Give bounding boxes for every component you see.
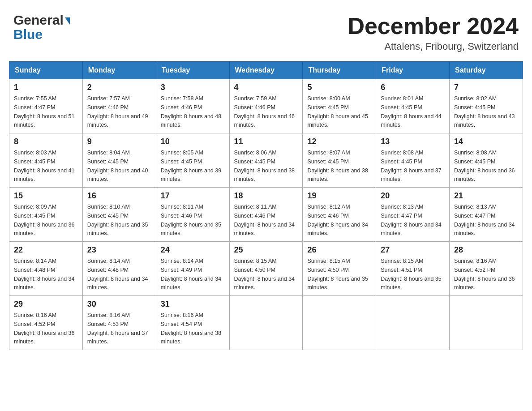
main-title: December 2024: [348, 13, 519, 39]
day-number: 21: [454, 191, 518, 201]
title-section: December 2024 Attalens, Fribourg, Switze…: [348, 13, 519, 52]
day-info: Sunrise: 8:02 AMSunset: 4:45 PMDaylight:…: [454, 95, 515, 128]
day-number: 11: [234, 137, 298, 146]
day-number: 6: [381, 83, 445, 92]
col-thursday: Thursday: [303, 62, 376, 79]
day-info: Sunrise: 8:15 AMSunset: 4:50 PMDaylight:…: [307, 258, 368, 291]
calendar-header-row: Sunday Monday Tuesday Wednesday Thursday…: [9, 62, 523, 79]
table-row: 27 Sunrise: 8:15 AMSunset: 4:51 PMDaylig…: [376, 242, 450, 296]
day-number: 14: [454, 137, 518, 146]
table-row: 12 Sunrise: 8:07 AMSunset: 4:45 PMDaylig…: [303, 133, 376, 188]
table-row: 26 Sunrise: 8:15 AMSunset: 4:50 PMDaylig…: [303, 242, 376, 296]
table-row: 2 Sunrise: 7:57 AMSunset: 4:46 PMDayligh…: [82, 79, 156, 133]
day-number: 23: [87, 245, 151, 255]
day-info: Sunrise: 8:07 AMSunset: 4:45 PMDaylight:…: [307, 150, 368, 182]
table-row: 9 Sunrise: 8:04 AMSunset: 4:45 PMDayligh…: [82, 133, 156, 188]
table-row: 22 Sunrise: 8:14 AMSunset: 4:48 PMDaylig…: [9, 242, 83, 296]
day-info: Sunrise: 8:09 AMSunset: 4:45 PMDaylight:…: [14, 204, 75, 236]
table-row: 5 Sunrise: 8:00 AMSunset: 4:45 PMDayligh…: [303, 79, 376, 133]
table-row: 1 Sunrise: 7:55 AMSunset: 4:47 PMDayligh…: [9, 79, 83, 133]
day-number: 3: [161, 83, 225, 92]
day-info: Sunrise: 8:06 AMSunset: 4:45 PMDaylight:…: [234, 150, 295, 182]
day-number: 8: [14, 137, 78, 146]
day-info: Sunrise: 8:04 AMSunset: 4:45 PMDaylight:…: [87, 150, 148, 182]
table-row: 8 Sunrise: 8:03 AMSunset: 4:45 PMDayligh…: [9, 133, 83, 188]
day-number: 26: [307, 245, 371, 255]
day-info: Sunrise: 8:12 AMSunset: 4:46 PMDaylight:…: [307, 204, 368, 236]
table-row: 20 Sunrise: 8:13 AMSunset: 4:47 PMDaylig…: [376, 188, 450, 242]
day-info: Sunrise: 8:15 AMSunset: 4:50 PMDaylight:…: [234, 258, 295, 291]
day-number: 15: [14, 191, 78, 201]
day-number: 29: [14, 300, 78, 309]
day-info: Sunrise: 7:57 AMSunset: 4:46 PMDaylight:…: [87, 95, 148, 128]
day-info: Sunrise: 7:59 AMSunset: 4:46 PMDaylight:…: [234, 95, 295, 128]
table-row: 29 Sunrise: 8:16 AMSunset: 4:52 PMDaylig…: [9, 296, 83, 350]
subtitle: Attalens, Fribourg, Switzerland: [348, 41, 519, 52]
day-number: 13: [381, 137, 445, 146]
day-info: Sunrise: 8:01 AMSunset: 4:45 PMDaylight:…: [381, 95, 442, 128]
day-number: 4: [234, 83, 298, 92]
table-row: 6 Sunrise: 8:01 AMSunset: 4:45 PMDayligh…: [376, 79, 450, 133]
table-row: 16 Sunrise: 8:10 AMSunset: 4:45 PMDaylig…: [82, 188, 156, 242]
table-row: 11 Sunrise: 8:06 AMSunset: 4:45 PMDaylig…: [229, 133, 303, 188]
day-info: Sunrise: 8:16 AMSunset: 4:52 PMDaylight:…: [454, 258, 515, 291]
col-saturday: Saturday: [450, 62, 523, 79]
logo-triangle-icon: [65, 17, 70, 25]
table-row: 18 Sunrise: 8:11 AMSunset: 4:46 PMDaylig…: [229, 188, 303, 242]
table-row: 17 Sunrise: 8:11 AMSunset: 4:46 PMDaylig…: [156, 188, 229, 242]
table-row: [229, 296, 303, 350]
day-info: Sunrise: 8:14 AMSunset: 4:48 PMDaylight:…: [87, 258, 148, 291]
day-info: Sunrise: 8:13 AMSunset: 4:47 PMDaylight:…: [454, 204, 515, 236]
day-info: Sunrise: 8:16 AMSunset: 4:54 PMDaylight:…: [161, 312, 222, 345]
calendar-week-row: 8 Sunrise: 8:03 AMSunset: 4:45 PMDayligh…: [9, 133, 523, 188]
day-number: 5: [307, 83, 371, 92]
table-row: 15 Sunrise: 8:09 AMSunset: 4:45 PMDaylig…: [9, 188, 83, 242]
table-row: 13 Sunrise: 8:08 AMSunset: 4:45 PMDaylig…: [376, 133, 450, 188]
day-info: Sunrise: 8:11 AMSunset: 4:46 PMDaylight:…: [161, 204, 222, 236]
day-info: Sunrise: 8:13 AMSunset: 4:47 PMDaylight:…: [381, 204, 442, 236]
day-number: 19: [307, 191, 371, 201]
calendar-table: Sunday Monday Tuesday Wednesday Thursday…: [9, 61, 523, 350]
logo-general-text: General: [13, 13, 64, 27]
day-info: Sunrise: 8:11 AMSunset: 4:46 PMDaylight:…: [234, 204, 295, 236]
calendar-week-row: 15 Sunrise: 8:09 AMSunset: 4:45 PMDaylig…: [9, 188, 523, 242]
day-number: 2: [87, 83, 151, 92]
table-row: 21 Sunrise: 8:13 AMSunset: 4:47 PMDaylig…: [450, 188, 523, 242]
day-info: Sunrise: 8:16 AMSunset: 4:53 PMDaylight:…: [87, 312, 148, 345]
day-info: Sunrise: 8:14 AMSunset: 4:48 PMDaylight:…: [14, 258, 75, 291]
table-row: 10 Sunrise: 8:05 AMSunset: 4:45 PMDaylig…: [156, 133, 229, 188]
table-row: 23 Sunrise: 8:14 AMSunset: 4:48 PMDaylig…: [82, 242, 156, 296]
col-friday: Friday: [376, 62, 450, 79]
day-number: 20: [381, 191, 445, 201]
day-number: 10: [161, 137, 225, 146]
table-row: 24 Sunrise: 8:14 AMSunset: 4:49 PMDaylig…: [156, 242, 229, 296]
col-sunday: Sunday: [9, 62, 83, 79]
table-row: 7 Sunrise: 8:02 AMSunset: 4:45 PMDayligh…: [450, 79, 523, 133]
logo-blue-text: Blue: [13, 27, 43, 42]
day-info: Sunrise: 8:00 AMSunset: 4:45 PMDaylight:…: [307, 95, 368, 128]
day-info: Sunrise: 8:05 AMSunset: 4:45 PMDaylight:…: [161, 150, 222, 182]
day-info: Sunrise: 7:58 AMSunset: 4:46 PMDaylight:…: [161, 95, 222, 128]
day-number: 25: [234, 245, 298, 255]
table-row: [303, 296, 376, 350]
day-info: Sunrise: 8:03 AMSunset: 4:45 PMDaylight:…: [14, 150, 75, 182]
day-info: Sunrise: 8:08 AMSunset: 4:45 PMDaylight:…: [381, 150, 442, 182]
day-info: Sunrise: 8:16 AMSunset: 4:52 PMDaylight:…: [14, 312, 75, 345]
day-number: 18: [234, 191, 298, 201]
logo: General Blue: [13, 13, 70, 42]
day-info: Sunrise: 8:14 AMSunset: 4:49 PMDaylight:…: [161, 258, 222, 291]
table-row: 30 Sunrise: 8:16 AMSunset: 4:53 PMDaylig…: [82, 296, 156, 350]
calendar-week-row: 22 Sunrise: 8:14 AMSunset: 4:48 PMDaylig…: [9, 242, 523, 296]
table-row: [450, 296, 523, 350]
day-info: Sunrise: 8:08 AMSunset: 4:45 PMDaylight:…: [454, 150, 515, 182]
day-number: 16: [87, 191, 151, 201]
table-row: 14 Sunrise: 8:08 AMSunset: 4:45 PMDaylig…: [450, 133, 523, 188]
table-row: 19 Sunrise: 8:12 AMSunset: 4:46 PMDaylig…: [303, 188, 376, 242]
calendar-week-row: 29 Sunrise: 8:16 AMSunset: 4:52 PMDaylig…: [9, 296, 523, 350]
table-row: 31 Sunrise: 8:16 AMSunset: 4:54 PMDaylig…: [156, 296, 229, 350]
table-row: [376, 296, 450, 350]
day-number: 1: [14, 83, 78, 92]
day-info: Sunrise: 8:15 AMSunset: 4:51 PMDaylight:…: [381, 258, 442, 291]
table-row: 4 Sunrise: 7:59 AMSunset: 4:46 PMDayligh…: [229, 79, 303, 133]
day-info: Sunrise: 7:55 AMSunset: 4:47 PMDaylight:…: [14, 95, 75, 128]
